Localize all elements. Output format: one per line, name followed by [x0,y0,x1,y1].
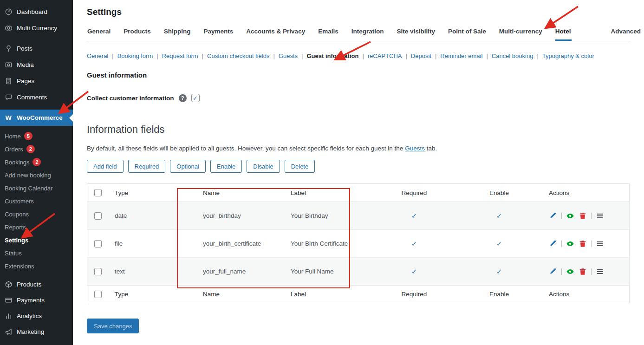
subtab-guest-information[interactable]: Guest information [306,52,358,59]
tab-payments[interactable]: Payments [203,28,234,41]
submenu-item-coupons[interactable]: Coupons [0,208,73,221]
submenu-item-bookings[interactable]: Bookings 2 [0,156,73,169]
subtab-deposit[interactable]: Deposit [411,52,431,59]
subtab-guests[interactable]: Guests [279,52,298,59]
subtab-custom-checkout-fields[interactable]: Custom checkout fields [207,52,269,59]
delete-icon[interactable] [579,267,587,276]
disable-button[interactable]: Disable [247,160,280,173]
submenu-item-home[interactable]: Home 5 [0,130,73,143]
row-actions [542,267,629,276]
sidebar-item-marketing[interactable]: Marketing [0,324,73,339]
submenu-item-customers[interactable]: Customers [0,195,73,208]
subtab-cancel-booking[interactable]: Cancel booking [492,52,533,59]
guests-tab-link[interactable]: Guests [405,145,425,152]
subtab-separator: | [435,52,436,59]
enable-check-icon: ✓ [496,267,502,275]
sidebar-item-label: Payments [17,297,45,304]
sidebar-item-woocommerce[interactable]: W WooCommerce [0,110,73,126]
page-title: Settings [87,7,630,18]
submenu-item-extensions[interactable]: Extensions [0,260,73,273]
subtab-recaptcha[interactable]: reCAPTCHA [368,52,402,59]
view-icon[interactable] [566,212,574,220]
edit-icon[interactable] [549,212,557,220]
submenu-item-label: Booking Calendar [5,185,52,192]
delete-icon[interactable] [579,212,587,220]
sidebar-item-comments[interactable]: Comments [0,89,73,105]
delete-icon[interactable] [579,240,587,248]
tab-shipping[interactable]: Shipping [163,28,191,41]
sidebar-item-pages[interactable]: Pages [0,73,73,89]
table-row: text your_full_name Your Full Name ✓ ✓ [87,257,629,285]
sidebar-item-dashboard[interactable]: Dashboard [0,4,73,20]
tab-integration[interactable]: Integration [351,28,384,41]
subtab-general[interactable]: General [87,52,108,59]
sidebar-item-label: Multi Currency [17,25,57,32]
sidebar-item-label: Media [17,61,34,68]
description-text: tab. [425,145,437,152]
collect-customer-checkbox[interactable]: ✓ [191,94,200,102]
submenu-item-settings[interactable]: Settings [0,234,73,247]
sidebar-item-payments[interactable]: Payments [0,292,73,308]
row-actions [542,240,629,248]
required-button[interactable]: Required [128,160,166,173]
subtab-separator: | [405,52,407,59]
tab-point-of-sale[interactable]: Point of Sale [448,28,487,41]
submenu-item-reports[interactable]: Reports [0,221,73,234]
subtab-booking-form[interactable]: Booking form [117,52,153,59]
sidebar-item-multi-currency[interactable]: Multi Currency [0,20,73,36]
sidebar-item-media[interactable]: Media [0,57,73,73]
tab-products[interactable]: Products [123,28,151,41]
add-field-button[interactable]: Add field [87,160,124,173]
sidebar-item-products[interactable]: Products [0,276,73,292]
save-changes-button[interactable]: Save changes [87,319,139,333]
delete-button[interactable]: Delete [285,160,315,173]
row-checkbox[interactable] [94,268,102,275]
page-icon [4,77,13,85]
currency-icon [4,24,13,33]
subtab-request-form[interactable]: Request form [162,52,198,59]
view-icon[interactable] [566,267,574,276]
tab-multi-currency[interactable]: Multi-currency [499,28,543,41]
subtab-reminder-email[interactable]: Reminder email [440,52,482,59]
information-fields-table: Type Name Label Required Enable Actions … [87,183,630,303]
subtab-separator: | [301,52,303,59]
view-icon[interactable] [566,240,574,248]
field-name: your_birthday [196,212,284,219]
select-all-checkbox[interactable] [94,189,102,196]
sidebar-item-analytics[interactable]: Analytics [0,308,73,324]
sort-handle-icon[interactable] [596,267,604,276]
sort-handle-icon[interactable] [596,240,604,248]
edit-icon[interactable] [549,267,557,276]
enable-check-icon: ✓ [496,212,502,220]
tab-general[interactable]: General [87,28,111,41]
description-text: By default, all these fields will be app… [87,145,405,152]
submenu-item-orders[interactable]: Orders 2 [0,143,73,156]
select-all-checkbox[interactable] [94,291,102,298]
sidebar-item-label: Analytics [17,312,42,319]
optional-button[interactable]: Optional [170,160,205,173]
tab-accounts-privacy[interactable]: Accounts & Privacy [246,28,306,41]
column-header-actions: Actions [542,189,629,196]
action-separator [591,241,592,247]
dashboard-icon [4,8,13,16]
column-footer-enable: Enable [456,291,542,298]
table-header-row: Type Name Label Required Enable Actions [87,184,629,202]
tab-site-visibility[interactable]: Site visibility [396,28,436,41]
edit-icon[interactable] [549,240,557,248]
row-checkbox[interactable] [94,240,102,247]
submenu-item-add-new-booking[interactable]: Add new booking [0,169,73,182]
collect-customer-row: Collect customer information ? ✓ [87,93,630,103]
submenu-item-status[interactable]: Status [0,247,73,260]
tab-emails[interactable]: Emails [318,28,339,41]
subtab-typography-color[interactable]: Typography & color [542,52,594,59]
column-header-type: Type [108,189,196,196]
submenu-item-booking-calendar[interactable]: Booking Calendar [0,182,73,195]
submenu-item-label: Bookings [5,159,29,166]
row-checkbox[interactable] [94,212,102,220]
tab-advanced[interactable]: Advanced [611,28,642,41]
sort-handle-icon[interactable] [596,212,604,220]
enable-button[interactable]: Enable [210,160,242,173]
help-icon[interactable]: ? [179,94,187,102]
sidebar-item-posts[interactable]: Posts [0,40,73,57]
tab-hotel[interactable]: Hotel [555,28,572,41]
